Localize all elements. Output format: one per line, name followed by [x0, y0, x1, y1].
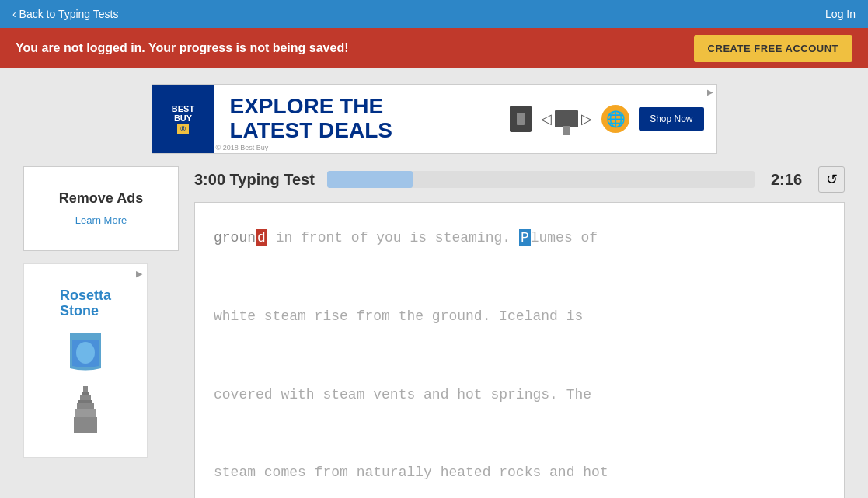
text-line-3: covered with steam vents and hot springs… [214, 387, 591, 402]
tower-icon [74, 386, 97, 433]
rosetta-stone-icon [66, 326, 105, 372]
svg-rect-4 [78, 400, 92, 403]
typing-text-box[interactable]: ground in front of you is steaming. Plum… [194, 202, 845, 498]
ad-container: BESTBUY ® EXPLORE THE LATEST DEALS ◁ ▷ [0, 68, 868, 166]
error-char: d [256, 229, 267, 246]
warning-message: You are not logged in. Your progress is … [16, 41, 349, 55]
svg-rect-2 [82, 392, 89, 395]
left-sidebar: Remove Ads Learn More ▶ RosettaStone [23, 166, 179, 498]
sidebar-ad[interactable]: ▶ RosettaStone [23, 263, 148, 458]
svg-rect-7 [74, 417, 97, 433]
text-after-error: in front of you is steaming. [267, 230, 519, 246]
svg-rect-5 [77, 403, 94, 409]
typing-test-area: 3:00 Typing Test 2:16 ↺ ground in front … [194, 166, 845, 498]
rosetta-logo-text: RosettaStone [60, 288, 111, 319]
rosetta-stone-ad: RosettaStone [60, 288, 111, 433]
typed-text: groun [214, 230, 256, 246]
ad-shop-button[interactable]: Shop Now [639, 107, 703, 131]
ad-headline-line1: EXPLORE THE [230, 95, 392, 119]
ad-badge: 🌐 [601, 105, 629, 133]
svg-rect-3 [80, 395, 91, 400]
product-icon-1 [510, 106, 532, 132]
ad-marker-icon: ▶ [136, 269, 142, 279]
svg-rect-6 [75, 409, 96, 417]
progress-bar-fill [327, 171, 413, 188]
svg-point-0 [76, 342, 95, 364]
svg-rect-1 [83, 386, 88, 392]
remaining-text: lumes of [531, 230, 598, 246]
create-account-button[interactable]: CREATE FREE ACCOUNT [694, 35, 852, 62]
product-icon-2: ◁ ▷ [541, 110, 592, 127]
remove-ads-title: Remove Ads [40, 190, 162, 207]
ad-corner-icon: ▶ [707, 88, 713, 96]
reset-button[interactable]: ↺ [818, 166, 845, 193]
ad-copyright: © 2018 Best Buy [216, 144, 269, 151]
reset-icon: ↺ [826, 171, 838, 188]
warning-bar: You are not logged in. Your progress is … [0, 28, 868, 68]
text-line-2: white steam rise from the ground. Icelan… [214, 308, 583, 324]
main-content: Remove Ads Learn More ▶ RosettaStone [0, 166, 868, 498]
remove-ads-box: Remove Ads Learn More [23, 166, 179, 251]
back-link[interactable]: ‹ Back to Typing Tests [12, 8, 118, 20]
test-header: 3:00 Typing Test 2:16 ↺ [194, 166, 845, 193]
ad-banner[interactable]: BESTBUY ® EXPLORE THE LATEST DEALS ◁ ▷ [152, 84, 717, 154]
text-line-4: steam comes from naturally heated rocks … [214, 465, 608, 480]
bestbuy-tag: ® [177, 124, 189, 134]
learn-more-link[interactable]: Learn More [75, 214, 127, 226]
progress-bar [327, 171, 755, 188]
current-char: P [519, 229, 531, 246]
ad-headline-line2: LATEST DEALS [230, 119, 392, 143]
test-title: 3:00 Typing Test [194, 171, 315, 189]
bestbuy-logo: BESTBUY ® [152, 84, 214, 154]
timer-display: 2:16 [767, 171, 806, 189]
top-navigation: ‹ Back to Typing Tests Log In [0, 0, 868, 28]
ad-headline: EXPLORE THE LATEST DEALS [230, 95, 392, 143]
login-link[interactable]: Log In [825, 8, 856, 20]
ad-right: ◁ ▷ 🌐 Shop Now [497, 84, 716, 154]
